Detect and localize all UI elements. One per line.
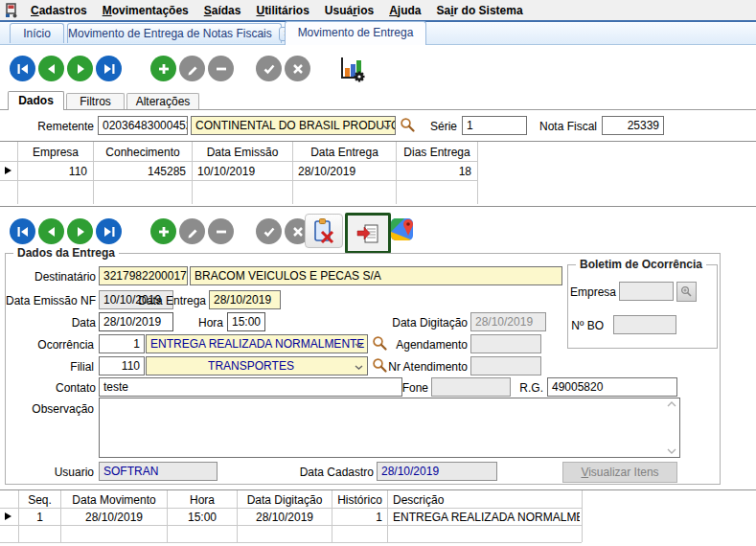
subtab-dados[interactable]: Dados [8,91,64,110]
col-hora: Hora [168,491,237,509]
menu-usuarios[interactable]: Usuários [317,4,381,17]
last-record-button[interactable] [96,56,122,81]
insert-record-button[interactable] [150,56,176,81]
data-cadastro-label: Data Cadastro [300,466,374,479]
destinatario-name-input[interactable]: BRACOM VEICULOS E PECAS S/A [190,266,562,285]
map-location-button[interactable] [390,216,417,245]
boletim-de-ocorrencia-groupbox: Boletim de Ocorrência [567,264,718,349]
destinatario-label: Destinatário [34,270,96,284]
tab-movimento-entrega-notas-fiscais[interactable]: Movimento de Entrega de Notas Fiscais✕ [67,23,282,43]
chart-settings-button[interactable] [337,55,366,86]
chevron-down-icon [355,365,363,370]
col-historico: Histórico [332,491,387,509]
serie-input[interactable]: 1 [462,116,527,135]
destinatario-code-input[interactable]: 32179822000178 [99,266,188,285]
last-occurrence-button[interactable] [96,218,122,244]
nr-atendimento-label: Nr Atendimento [388,360,468,374]
scroll-down-icon[interactable] [667,448,676,454]
col-data-movimento: Data Movimento [61,491,167,509]
map-pin-icon [390,216,417,242]
first-occurrence-button[interactable] [10,218,35,244]
edit-occurrence-button[interactable] [179,218,205,244]
first-icon [16,225,30,239]
prior-record-button[interactable] [38,56,64,81]
delete-occurrence-button[interactable] [208,218,234,244]
visualizar-itens-button[interactable]: Visualizar Itens [562,462,677,483]
import-occurrence-button[interactable] [345,213,391,254]
tab-inicio[interactable]: Início [10,23,64,43]
col-dias-entrega: Dias Entrega [397,144,477,161]
subtab-alteracoes[interactable]: Alterações [126,93,199,109]
rg-label: R.G. [519,381,543,395]
col-descricao: Descrição [393,491,575,509]
document-tab-strip: Início Movimento de Entrega de Notas Fis… [0,22,756,45]
remetente-code-input[interactable]: 02036483000452 [98,116,188,135]
subtab-filtros[interactable]: Filtros [66,93,125,109]
data-entrega-input[interactable]: 28/10/2019 [209,290,281,309]
data-label: Data [72,316,96,330]
pencil-icon [186,225,199,239]
menu-cadastros[interactable]: Cadastros [23,4,95,17]
data-emissao-nf-label: Data Emissão NF [6,294,96,307]
next-record-button[interactable] [67,56,93,81]
cancel-occurrence-button[interactable] [305,214,343,248]
minus-icon [215,225,228,239]
menu-utilitarios[interactable]: Utilitários [248,4,316,17]
chevron-down-icon [355,343,363,348]
search-plus-icon [680,285,693,298]
cell-data-movimento: 28/10/2019 [61,509,167,526]
first-icon [16,62,30,76]
last-icon [103,225,116,239]
cell-dias-entrega: 18 [397,163,471,180]
contato-input[interactable]: teste [99,377,402,397]
menu-sair-do-sistema[interactable]: Sair do Sistema [429,4,531,17]
cell-empresa: 110 [18,163,87,180]
filial-code-input[interactable]: 110 [99,356,145,375]
confirm-button[interactable] [256,56,282,81]
clipboard-x-icon [311,217,336,244]
rg-input[interactable]: 49005820 [547,377,677,397]
bo-empresa-search-button[interactable] [676,282,697,302]
first-record-button[interactable] [10,56,35,81]
menu-movimentacoes[interactable]: Movimentações [95,4,196,17]
prior-icon [45,62,58,76]
row-marker-icon [5,167,11,174]
edit-record-button[interactable] [179,56,205,81]
menu-ajuda[interactable]: Ajuda [381,4,428,17]
chevron-down-icon [382,125,391,129]
insert-occurrence-button[interactable] [150,218,176,244]
prior-occurrence-button[interactable] [38,218,64,244]
fone-field [431,377,511,397]
remetente-name-combo[interactable]: CONTINENTAL DO BRASIL PRODUTOS A [191,116,396,135]
filial-combo[interactable]: TRANSPORTES [146,356,368,375]
serie-label: Série [430,120,457,133]
col-data-entrega: Data Entrega [293,144,396,161]
ocorrencia-combo[interactable]: ENTREGA REALIZADA NORMALMENTE [146,334,368,353]
ocorrencia-code-input[interactable]: 1 [99,334,145,353]
delete-record-button[interactable] [208,56,234,81]
tab-movimento-de-entrega[interactable]: Movimento de Entrega [285,21,426,45]
contato-label: Contato [56,381,96,395]
confirm-occurrence-button[interactable] [256,218,282,244]
col-seq: Seq. [19,491,60,509]
nota-fiscal-input[interactable]: 25339 [602,116,664,135]
check-icon [263,225,276,239]
hora-input[interactable]: 15:00 [227,312,265,331]
app-window: Cadastros Movimentações Saídas Utilitári… [0,0,756,546]
menu-saidas[interactable]: Saídas [196,4,249,17]
cell-hora: 15:00 [168,509,237,526]
col-empresa: Empresa [18,144,93,161]
cell-data-digitacao: 28/10/2019 [238,509,332,526]
data-input[interactable]: 28/10/2019 [99,312,173,331]
next-icon [74,225,87,239]
scroll-up-icon[interactable] [667,401,676,407]
chart-gear-icon [337,55,366,83]
last-icon [103,62,116,76]
remetente-search-icon[interactable] [400,117,416,133]
cancel-button[interactable] [285,56,310,81]
ocorrencia-search-icon[interactable] [372,335,388,352]
prior-icon [45,225,58,239]
filial-search-icon[interactable] [372,357,388,374]
next-occurrence-button[interactable] [67,218,93,244]
observacao-textarea[interactable] [99,398,680,458]
